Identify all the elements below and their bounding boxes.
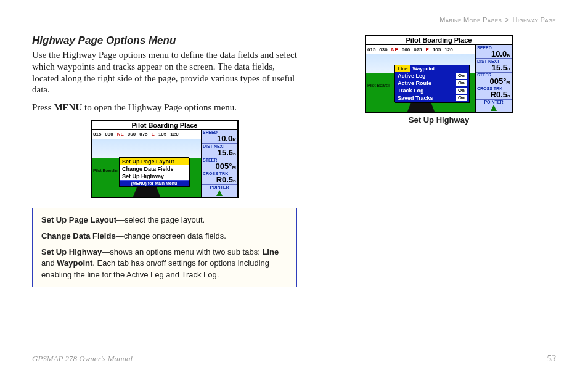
press-menu-strong: MENU — [54, 102, 82, 112]
breadcrumb: Marine Mode Pages > Highway Page — [439, 16, 556, 23]
setting-active-route[interactable]: Active Route On — [395, 80, 469, 87]
data-fields-panel: SPEED 10.0K DIST NEXT 15.6n STEER 005°M — [201, 130, 237, 197]
compass-strip: 015 030 NE 060 075 E 105 120 — [92, 130, 201, 139]
compass-tick: 015 — [93, 131, 101, 137]
note-term: Set Up Page Layout — [41, 215, 116, 224]
metric-value: 10.0 — [217, 134, 232, 143]
figure-caption: Set Up Highway — [409, 115, 469, 125]
note-text: and — [41, 258, 57, 268]
metric-value: 15.6 — [218, 148, 233, 157]
metric-value: 005° — [215, 162, 232, 171]
metric-label: POINTER — [210, 185, 229, 189]
note-term: Line — [262, 247, 279, 256]
metric-dist-next: DIST NEXT 15.6n — [202, 144, 237, 157]
metric-value: R0.5 — [491, 90, 507, 99]
metric-value: 15.5 — [492, 63, 507, 72]
breadcrumb-sep: > — [505, 16, 510, 23]
metric-value: 005° — [489, 76, 506, 86]
note-term: Set Up Highway — [41, 247, 102, 256]
options-menu-popup: Set Up Page Layout Change Data Fields Se… — [119, 157, 189, 187]
metric-steer: STEER 005°M — [202, 157, 237, 171]
setting-active-leg[interactable]: Active Leg On — [395, 72, 469, 80]
setting-state: On — [456, 95, 467, 101]
menu-item-change-data-fields[interactable]: Change Data Fields — [120, 165, 189, 173]
metric-unit: n — [507, 66, 510, 72]
footer-page-number: 53 — [547, 353, 556, 364]
gps-title: Pilot Boarding Place — [92, 121, 237, 130]
setting-name: Active Route — [398, 80, 431, 86]
metric-pointer: POINTER — [476, 100, 512, 112]
compass-tick: 105 — [158, 131, 166, 137]
compass-tick: 105 — [433, 47, 441, 52]
note-def: —change onscreen data fields. — [116, 231, 226, 240]
compass-cardinal: E — [152, 131, 155, 137]
compass-tick: 120 — [444, 47, 452, 52]
metric-pointer: POINTER — [202, 185, 237, 197]
menu-item-set-up-highway[interactable]: Set Up Highway — [120, 173, 189, 180]
menu-item-set-up-page-layout[interactable]: Set Up Page Layout — [120, 158, 189, 165]
tab-line[interactable]: Line — [395, 65, 410, 72]
setting-state: On — [456, 88, 467, 94]
compass-tick: 120 — [170, 131, 178, 137]
setting-saved-tracks[interactable]: Saved Tracks On — [395, 94, 469, 102]
compass-tick: 075 — [139, 131, 147, 137]
sky — [92, 139, 201, 158]
compass-cardinal: NE — [391, 47, 398, 52]
note-text: —shows an options menu with two sub tabs… — [102, 247, 262, 256]
compass-tick: 060 — [402, 47, 410, 52]
waypoint-label: Pilot Boardi — [367, 83, 390, 88]
metric-label: POINTER — [484, 100, 503, 104]
gps-screenshot-set-up-highway: Pilot Boarding Place 015 030 NE 060 075 … — [365, 35, 513, 113]
setting-name: Active Leg — [398, 73, 426, 79]
press-menu-post: to open the Highway Page options menu. — [82, 102, 237, 112]
setup-highway-popup: Line Waypoint Active Leg On Act — [394, 65, 470, 102]
press-menu-paragraph: Press MENU to open the Highway Page opti… — [32, 102, 297, 113]
metric-unit: M — [232, 165, 236, 170]
setting-name: Track Log — [398, 88, 424, 94]
metric-steer: STEER 005°M — [476, 73, 512, 86]
gps-title: Pilot Boarding Place — [366, 36, 512, 45]
compass-tick: 030 — [379, 47, 387, 52]
compass-cardinal: E — [426, 47, 429, 52]
press-menu-pre: Press — [32, 102, 54, 112]
compass-tick: 060 — [128, 131, 136, 137]
setting-name: Saved Tracks — [398, 95, 433, 101]
breadcrumb-section: Marine Mode Pages — [439, 16, 502, 23]
breadcrumb-page: Highway Page — [513, 16, 556, 23]
metric-dist-next: DIST NEXT 15.5n — [476, 59, 512, 72]
metric-unit: K — [232, 137, 236, 142]
compass-tick: 015 — [367, 47, 375, 52]
metric-unit: M — [506, 80, 510, 85]
pointer-arrow-icon — [216, 190, 223, 196]
metric-value: 10.0 — [491, 49, 507, 59]
footer-manual-title: GPSMAP 278 Owner's Manual — [32, 354, 133, 364]
compass-strip: 015 030 NE 060 075 E 105 120 — [366, 45, 475, 54]
metric-cross-trk: CROSS TRK R0.5n — [476, 86, 512, 100]
section-title: Highway Page Options Menu — [32, 35, 297, 47]
intro-paragraph: Use the Highway Page options menu to def… — [32, 49, 297, 96]
metric-cross-trk: CROSS TRK R0.5n — [202, 171, 237, 185]
menu-footer-hint: (MENU) for Main Menu — [120, 180, 189, 186]
metric-unit: K — [507, 52, 510, 58]
metric-value: R0.5 — [216, 175, 233, 184]
note-def: —select the page layout. — [116, 215, 205, 224]
setting-state: On — [456, 73, 467, 79]
setting-track-log[interactable]: Track Log On — [395, 87, 469, 94]
metric-speed: SPEED 10.0K — [476, 45, 512, 59]
gps-screenshot-options-menu: Pilot Boarding Place 015 030 NE 060 075 … — [91, 120, 239, 198]
tab-waypoint[interactable]: Waypoint — [410, 65, 437, 72]
metric-speed: SPEED 10.0K — [202, 130, 237, 144]
note-term: Waypoint — [57, 258, 92, 268]
setting-state: On — [456, 80, 467, 86]
definitions-box: Set Up Page Layout—select the page layou… — [32, 208, 297, 287]
compass-tick: 075 — [414, 47, 422, 52]
metric-unit: n — [233, 178, 236, 184]
compass-tick: 030 — [105, 131, 113, 137]
metric-unit: n — [507, 93, 510, 99]
note-term: Change Data Fields — [41, 231, 116, 240]
compass-cardinal: NE — [117, 131, 124, 137]
pointer-arrow-icon — [491, 105, 497, 111]
metric-unit: n — [233, 151, 236, 157]
waypoint-label: Pilot Boardin — [93, 168, 118, 173]
data-fields-panel: SPEED 10.0K DIST NEXT 15.5n STEER 005°M — [475, 45, 512, 112]
